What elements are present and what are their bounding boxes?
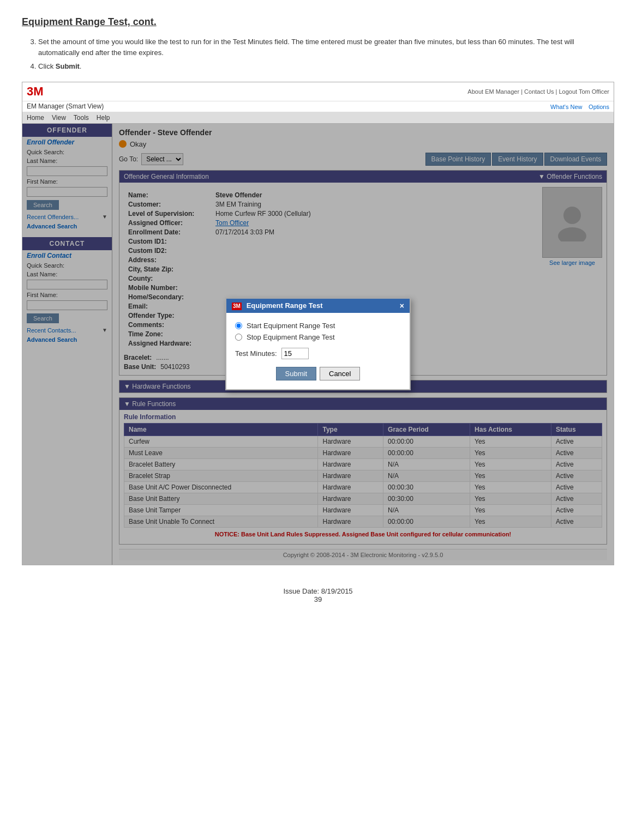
issue-page: 39	[22, 595, 614, 603]
modal-radio-stop: Stop Equipment Range Test	[235, 333, 401, 341]
start-radio-label: Start Equipment Range Test	[247, 322, 335, 330]
modal-cancel-button[interactable]: Cancel	[320, 367, 360, 380]
modal-title-bar: 3M Equipment Range Test ×	[226, 299, 410, 313]
modal-buttons: Submit Cancel	[235, 367, 401, 380]
modal-radio-start: Start Equipment Range Test	[235, 322, 401, 330]
app-nav-right: What's New Options	[550, 102, 609, 111]
issue-date: Issue Date: 8/19/2015	[22, 587, 614, 595]
doc-title: Equipment Range Test, cont.	[22, 16, 614, 28]
whats-new-link[interactable]: What's New	[550, 104, 582, 110]
app-logo: 3M	[27, 84, 44, 99]
modal-title: 3M Equipment Range Test	[232, 301, 323, 310]
modal-submit-button[interactable]: Submit	[276, 367, 316, 380]
test-minutes-input[interactable]	[281, 348, 309, 359]
modal-overlay: 3M Equipment Range Test × Start Equipmen…	[22, 124, 614, 565]
modal-input-row: Test Minutes:	[235, 348, 401, 359]
app-nav-title: EM Manager (Smart View)	[27, 102, 104, 110]
doc-instructions: Set the amount of time you would like th…	[22, 37, 614, 72]
app-menu-bar: Home View Tools Help	[22, 112, 614, 124]
app-nav: EM Manager (Smart View) What's New Optio…	[22, 101, 614, 112]
menu-view[interactable]: View	[52, 114, 66, 122]
stop-radio-label: Stop Equipment Range Test	[247, 333, 335, 341]
menu-home[interactable]: Home	[27, 114, 44, 122]
instruction-3: Set the amount of time you would like th…	[38, 37, 614, 58]
menu-tools[interactable]: Tools	[74, 114, 89, 122]
options-link[interactable]: Options	[589, 104, 609, 110]
stop-radio[interactable]	[235, 334, 242, 341]
instruction-4: Click Submit.	[38, 61, 614, 72]
modal-body: Start Equipment Range Test Stop Equipmen…	[226, 313, 410, 389]
test-minutes-label: Test Minutes:	[235, 349, 277, 358]
app-header-links: About EM Manager | Contact Us | Logout T…	[467, 88, 609, 95]
modal-radio-group: Start Equipment Range Test Stop Equipmen…	[235, 322, 401, 341]
app-container: 3M About EM Manager | Contact Us | Logou…	[22, 82, 614, 565]
app-header: 3M About EM Manager | Contact Us | Logou…	[22, 82, 614, 101]
issue-footer: Issue Date: 8/19/2015 39	[22, 587, 614, 603]
app-body: OFFENDER Enroll Offender Quick Search: L…	[22, 124, 614, 565]
menu-help[interactable]: Help	[97, 114, 110, 122]
modal-close-button[interactable]: ×	[400, 301, 404, 310]
start-radio[interactable]	[235, 322, 242, 329]
modal-box: 3M Equipment Range Test × Start Equipmen…	[225, 298, 411, 390]
